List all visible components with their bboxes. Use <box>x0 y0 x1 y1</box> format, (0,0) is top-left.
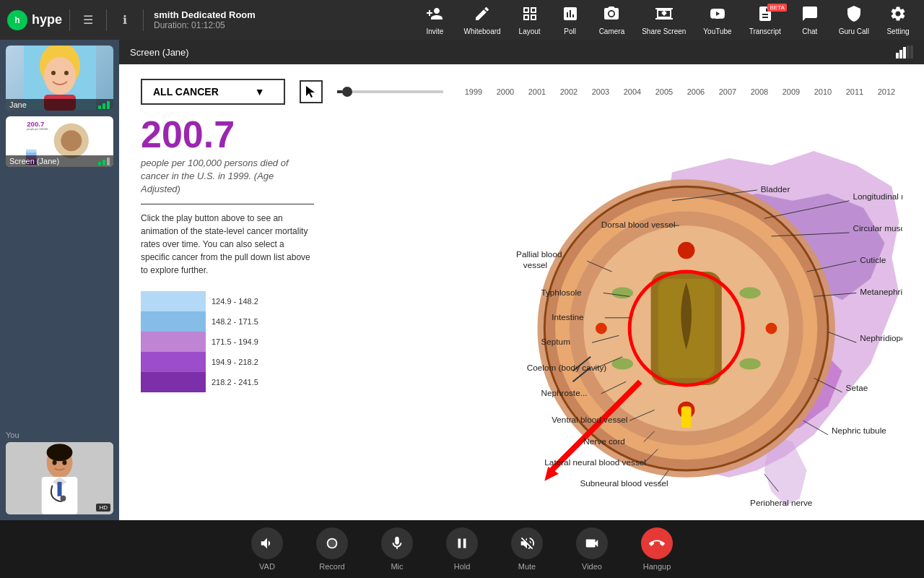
viz-controls: ALL CANCER ▼ <box>141 79 902 105</box>
year-2003: 2003 <box>585 87 616 96</box>
svg-point-23 <box>53 460 57 465</box>
room-info: smith Dedicated Room Duration: 01:12:05 <box>154 9 256 30</box>
cursor-tool[interactable] <box>300 80 323 103</box>
jane-name: Jane <box>9 100 27 109</box>
year-2012: 2012 <box>871 87 902 96</box>
tool-invite[interactable]: Invite <box>416 2 453 38</box>
label-subneural: Subneural blood vessel <box>580 478 668 488</box>
svg-text:200.7: 200.7 <box>27 120 44 128</box>
poll-label: Poll <box>564 27 576 35</box>
label-cuticle: Cuticle <box>860 255 886 264</box>
hold-button[interactable]: Hold <box>440 527 484 571</box>
label-typhlosole: Typhlosole <box>541 288 582 297</box>
you-video: HD <box>6 442 113 514</box>
video-button[interactable]: Video <box>570 527 614 571</box>
label-nephrostome: Nephroste... <box>541 388 587 397</box>
svg-rect-29 <box>907 46 910 59</box>
timeline-knob[interactable] <box>342 87 352 97</box>
participant-jane[interactable]: Jane <box>6 46 113 111</box>
mute-button[interactable]: Mute <box>505 527 549 571</box>
year-2007: 2007 <box>712 87 744 96</box>
divider-1 <box>69 9 70 31</box>
tool-chat[interactable]: Chat <box>791 2 829 38</box>
signal-bar-2 <box>103 103 105 109</box>
tool-camera[interactable]: Camera <box>592 2 632 38</box>
tool-share-screen[interactable]: Share Screen <box>635 2 693 38</box>
label-long-muscle: Longitudinal muscle layer <box>853 191 902 201</box>
legend-item-3: 171.5 - 194.9 <box>141 332 314 352</box>
jane-label: Jane <box>6 99 113 111</box>
svg-rect-26 <box>896 53 899 59</box>
tool-youtube[interactable]: YouTube <box>696 2 738 38</box>
label-intestine: Intestine <box>552 312 584 322</box>
hold-label: Hold <box>454 562 471 571</box>
mute-label: Mute <box>518 562 536 571</box>
screen-title: Screen (Jane) <box>130 47 189 58</box>
cancer-dropdown[interactable]: ALL CANCER ▼ <box>141 79 285 105</box>
record-button[interactable]: Record <box>310 527 354 571</box>
setting-label: Setting <box>886 27 909 35</box>
label-peripheral-nerve: Peripheral nerve <box>750 498 813 506</box>
tool-setting[interactable]: Setting <box>879 2 917 38</box>
svg-rect-10 <box>26 150 36 152</box>
video-label: Video <box>582 562 602 571</box>
camera-label: Camera <box>599 27 625 35</box>
year-1999: 1999 <box>458 87 489 96</box>
tool-poll[interactable]: Poll <box>552 2 589 38</box>
timeline-control[interactable] <box>337 90 443 93</box>
top-bar: h hype ☰ ℹ smith Dedicated Room Duration… <box>0 0 924 40</box>
legend-color-3 <box>141 332 206 352</box>
svg-point-16 <box>61 130 82 151</box>
year-2009: 2009 <box>775 87 807 96</box>
screen-jane-name: Screen (Jane) <box>9 157 59 165</box>
svg-point-44 <box>739 288 760 299</box>
viz-right: Bladder Longitudinal muscle layer Dorsal… <box>328 116 902 506</box>
layout-icon <box>521 5 539 26</box>
you-section: You <box>6 431 113 514</box>
timeline-track[interactable] <box>337 90 443 93</box>
svg-text:vessel: vessel <box>523 260 547 269</box>
room-name: smith Dedicated Room <box>154 9 256 20</box>
tool-guru-call[interactable]: Guru Call <box>832 2 876 38</box>
svg-rect-42 <box>681 407 692 428</box>
chat-icon <box>801 5 819 26</box>
transcript-label: Transcript <box>749 27 781 35</box>
participant-screen-jane[interactable]: 200.7 people per 100,000... Screen (Jane… <box>6 116 113 167</box>
svg-point-0 <box>609 11 614 15</box>
vad-button[interactable]: VAD <box>245 527 289 571</box>
logo-icon: h <box>7 10 27 30</box>
label-bladder: Bladder <box>761 184 790 194</box>
svg-point-38 <box>678 242 695 259</box>
cancer-instructions: Click the play button above to see an an… <box>141 212 314 277</box>
tool-layout[interactable]: Layout <box>511 2 549 38</box>
legend-color-2 <box>141 311 206 332</box>
svg-text:people per 100,000...: people per 100,000... <box>27 128 50 131</box>
svg-point-74 <box>328 540 336 548</box>
label-nephridiopore: Nephridiopore <box>860 333 902 342</box>
svg-point-41 <box>766 323 777 335</box>
invite-icon <box>426 5 443 26</box>
year-2000: 2000 <box>489 87 521 96</box>
hangup-button[interactable]: Hangup <box>635 527 679 571</box>
mic-button[interactable]: Mic <box>375 527 419 571</box>
legend-color-5 <box>141 372 206 392</box>
label-pallial: Pallial blood <box>516 249 562 259</box>
legend-label-5: 218.2 - 241.5 <box>212 378 258 387</box>
messages-icon[interactable]: ☰ <box>77 9 99 31</box>
info-icon[interactable]: ℹ <box>114 9 136 31</box>
svg-point-43 <box>612 288 633 299</box>
cancer-stat-number: 200.7 <box>141 116 314 153</box>
legend-label-2: 148.2 - 171.5 <box>212 317 258 326</box>
sidebar: Jane 200.7 people per 100,000... <box>0 40 119 520</box>
tool-transcript[interactable]: BETA Transcript <box>742 2 788 38</box>
label-coelom: Coelom (body cavity) <box>527 363 607 372</box>
main-content: Jane 200.7 people per 100,000... <box>0 40 924 520</box>
svg-rect-30 <box>910 46 913 59</box>
svg-rect-25 <box>58 482 62 496</box>
label-septum: Septum <box>541 337 570 346</box>
mic-label: Mic <box>391 562 403 571</box>
viz-left: 200.7 people per 100,000 persons died of… <box>141 116 314 506</box>
hype-logo: h hype <box>7 10 62 30</box>
invite-label: Invite <box>427 27 444 35</box>
tool-whiteboard[interactable]: Whiteboard <box>456 2 507 38</box>
